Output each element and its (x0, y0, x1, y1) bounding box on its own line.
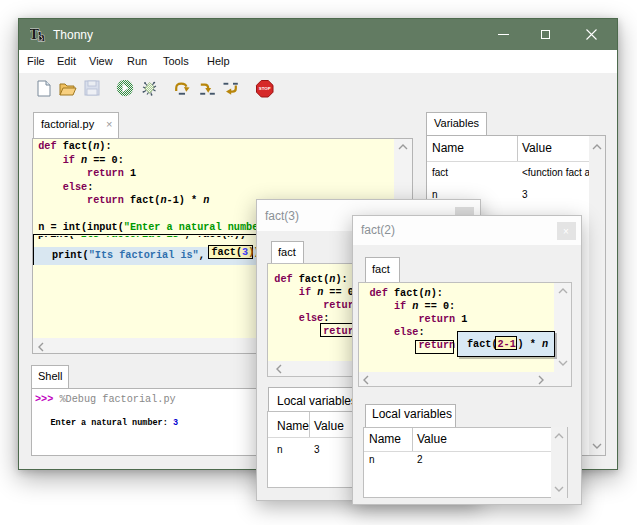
svg-text:STOP: STOP (259, 86, 271, 91)
